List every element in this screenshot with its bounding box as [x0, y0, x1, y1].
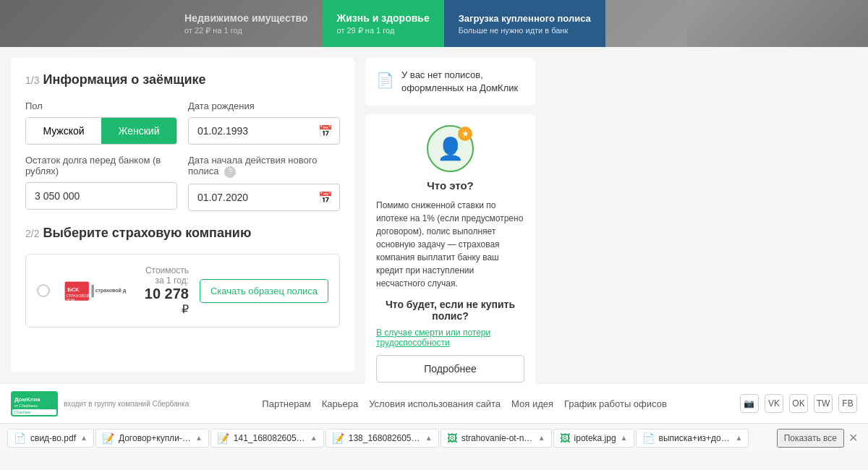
tab-property-title: Недвижимое имущество [184, 12, 308, 24]
dl-jpg-icon-4: 🖼 [447, 432, 457, 444]
price-label: Стоимость за 1 год: [137, 265, 189, 286]
dl-item-1[interactable]: 📝 Договор+купли-пр...rtf ▲ [95, 429, 209, 448]
dob-input-wrap: 📅 [188, 117, 340, 145]
policy-start-input[interactable] [188, 184, 340, 211]
dl-item-name-5: ipoteka.jpg [574, 433, 616, 443]
hero-image-right [687, 0, 868, 47]
tab-property[interactable]: Недвижимое имущество от 22 ₽ на 1 год [170, 0, 323, 47]
dl-item-name-0: свид-во.pdf [30, 433, 76, 443]
debt-input[interactable] [25, 182, 177, 210]
dl-docx-icon-1: 📝 [102, 432, 114, 444]
dl-chevron-1: ▲ [195, 434, 203, 442]
dl-close-btn[interactable]: ✕ [846, 431, 861, 445]
download-bar: 📄 свид-во.pdf ▲ 📝 Договор+купли-пр...rtf… [0, 423, 868, 452]
tab-health-title: Жизнь и здоровье [337, 12, 430, 24]
no-policy-box: 📄 У вас нет полисов, оформленных на ДомК… [365, 58, 535, 106]
nav-tabs: Недвижимое имущество от 22 ₽ на 1 год Жи… [170, 0, 687, 47]
dl-item-0[interactable]: 📄 свид-во.pdf ▲ [7, 429, 94, 448]
dl-item-4[interactable]: 🖼 strahovanie-ot-nes...jpg ▲ [441, 429, 552, 448]
more-btn[interactable]: Подробнее [376, 355, 524, 383]
vk-icon[interactable]: VK [765, 394, 783, 413]
dl-item-name-6: выписка+из+дом....pdf [659, 433, 731, 443]
dob-label: Дата рождения [188, 101, 340, 111]
footer-nav-partners[interactable]: Партнерам [262, 398, 310, 409]
dl-item-name-4: strahovanie-ot-nes...jpg [461, 433, 534, 443]
section-1-title: 1/3 Информация о заёмщике [25, 72, 340, 87]
dl-docx-icon-3: 📝 [332, 432, 344, 444]
what-is-this-title: Что это? [376, 179, 524, 192]
dob-input[interactable] [188, 117, 340, 145]
show-all-btn[interactable]: Показать все [777, 429, 844, 448]
insurer-card[interactable]: БСК СТРАХОВОЙ ДОМ страховой дом Стоимост… [25, 254, 340, 328]
dl-item-2[interactable]: 📝 141_1680826050....docx ▲ [210, 429, 324, 448]
price-currency: ₽ [182, 303, 189, 315]
policy-start-label: Дата начала действия нового полиса ? [188, 155, 340, 178]
instagram-icon[interactable]: 📷 [740, 394, 759, 413]
download-sample-btn[interactable]: Скачать образец полиса [200, 279, 328, 303]
info-panel: 📄 У вас нет полисов, оформленных на ДомК… [365, 58, 535, 372]
insurer-radio[interactable] [37, 284, 50, 297]
dl-chevron-4: ▲ [538, 434, 545, 442]
dl-item-name-2: 141_1680826050....docx [234, 433, 306, 443]
insurer-price: Стоимость за 1 год: 10 278 ₽ [137, 265, 189, 316]
footer-logo: ДомКлик от Сбербанка Сбербанк входит в г… [11, 391, 189, 416]
tab-upload[interactable]: Загрузка купленного полиса Больше не нуж… [444, 0, 605, 47]
dl-item-name-3: 138_1680826050....docx [349, 433, 421, 443]
tab-upload-title: Загрузка купленного полиса [459, 13, 591, 24]
dl-chevron-3: ▲ [425, 434, 433, 442]
footer-social: 📷 VK OK TW FB [740, 394, 857, 413]
footer-nav-career[interactable]: Карьера [322, 398, 359, 409]
svg-text:от Сбербанка: от Сбербанка [14, 403, 38, 408]
policy-start-col: Дата начала действия нового полиса ? 📅 [188, 155, 340, 211]
domclick-logo: ДомКлик от Сбербанка Сбербанк [11, 391, 58, 416]
section-2-title: 2/2 Выберите страховую компанию [25, 226, 340, 241]
facebook-icon[interactable]: FB [838, 394, 857, 413]
svg-text:БСК: БСК [67, 286, 79, 292]
twitter-icon[interactable]: TW [814, 394, 833, 413]
calendar-icon-2: 📅 [318, 191, 333, 205]
doc-icon: 📄 [376, 70, 394, 90]
form-row-gender-dob: Пол Мужской Женский Дата рождения 📅 [25, 101, 340, 145]
gender-toggle: Мужской Женский [25, 117, 177, 145]
svg-text:Сбербанк: Сбербанк [14, 410, 31, 414]
footer-nav-idea[interactable]: Моя идея [511, 398, 553, 409]
debt-label: Остаток долга перед банком (в рублях) [25, 155, 177, 176]
info-link[interactable]: В случае смерти или потери трудоспособно… [376, 328, 524, 348]
avatar-person-icon: 👤 [437, 136, 464, 161]
tab-health[interactable]: Жизнь и здоровье от 29 ₽ на 1 год [323, 0, 444, 47]
tab-health-sub: от 29 ₽ на 1 год [337, 26, 430, 35]
info-box: 👤 ★ Что это? Помимо сниженной ставки по … [365, 114, 535, 393]
gender-col: Пол Мужской Женский [25, 101, 177, 145]
form-panel: 1/3 Информация о заёмщике Пол Мужской Же… [11, 58, 354, 372]
form-row-debt-policy: Остаток долга перед банком (в рублях) Да… [25, 155, 340, 211]
dl-item-6[interactable]: 📄 выписка+из+дом....pdf ▲ [636, 429, 749, 448]
gender-female-btn[interactable]: Женский [101, 118, 176, 144]
section-1-header: 1/3 Информация о заёмщике [25, 72, 340, 87]
dl-pdf-icon-0: 📄 [14, 432, 26, 444]
gender-male-btn[interactable]: Мужской [26, 118, 101, 144]
hero-section: Недвижимое имущество от 22 ₽ на 1 год Жи… [0, 0, 868, 47]
no-policy-text: У вас нет полисов, оформленных на ДомКли… [401, 69, 524, 95]
info-text-body: Помимо сниженной ставки по ипотеке на 1%… [376, 199, 524, 290]
dob-col: Дата рождения 📅 [188, 101, 340, 145]
tab-property-sub: от 22 ₽ на 1 год [184, 26, 308, 35]
dl-chevron-2: ▲ [310, 434, 318, 442]
ok-icon[interactable]: OK [789, 394, 808, 413]
price-value-display: 10 278 ₽ [137, 286, 189, 316]
footer-brand-text: входит в группу компаний Сбербанка [64, 400, 189, 408]
footer-nav-terms[interactable]: Условия использования сайта [369, 398, 501, 409]
help-icon[interactable]: ? [224, 166, 236, 178]
dl-jpg-icon-5: 🖼 [560, 432, 570, 444]
policy-start-input-wrap: 📅 [188, 184, 340, 211]
section-2: 2/2 Выберите страховую компанию БСК СТРА… [25, 226, 340, 328]
footer-nav-offices[interactable]: График работы офисов [564, 398, 667, 409]
price-amount: 10 278 [145, 286, 189, 302]
insurer-logo: БСК СТРАХОВОЙ ДОМ страховой дом [61, 278, 126, 304]
debt-col: Остаток долга перед банком (в рублях) [25, 155, 177, 211]
dl-item-name-1: Договор+купли-пр...rtf [119, 433, 191, 443]
dl-item-3[interactable]: 📝 138_1680826050....docx ▲ [326, 429, 439, 448]
gender-label: Пол [25, 101, 177, 111]
calendar-icon: 📅 [318, 124, 333, 138]
dl-item-5[interactable]: 🖼 ipoteka.jpg ▲ [553, 429, 634, 448]
info-question: Что будет, если не купить полис? [376, 299, 524, 322]
